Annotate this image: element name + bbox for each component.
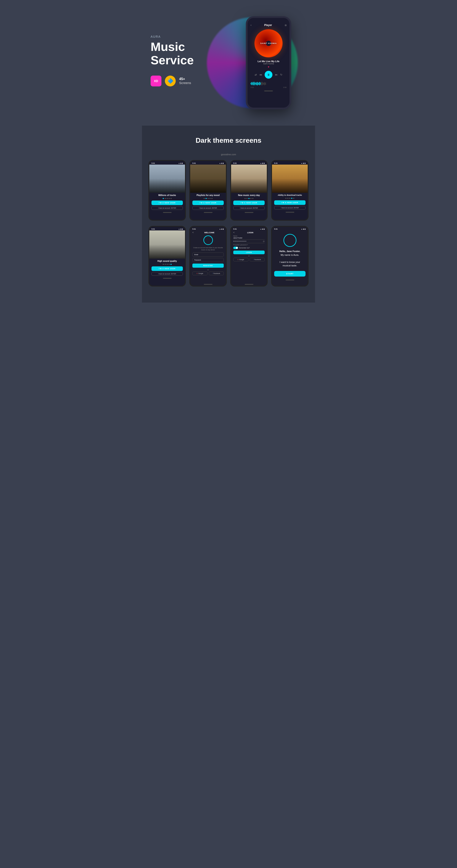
new-user-btn-2[interactable]: I'M A NEW USER (192, 200, 224, 205)
onboarding-screen-4: 9:41 ▲ ◉ ▮ Ability to download tracks I'… (271, 160, 308, 221)
status-icons-5: ▲ ◉ ▮ (178, 228, 183, 230)
start-button[interactable]: START (274, 271, 305, 277)
home-indicator-7 (245, 284, 253, 285)
hero-phone: ‹ Player ⊟ SAINT ASONIA Let Me Live My L… (246, 16, 291, 110)
forgot-password[interactable]: Forgotten password ? (233, 244, 265, 246)
enter-btn-4[interactable]: I have an account. ENTER (274, 206, 305, 210)
status-time-4: 9:41 (274, 162, 278, 164)
screen4-dots (272, 197, 308, 199)
track-artist: Saint Asonia (250, 63, 287, 65)
welcome-password-field[interactable]: Password (192, 258, 224, 262)
new-user-btn-4[interactable]: I'M A NEW USER (274, 200, 305, 205)
facebook-btn-login[interactable]: f Facebook (250, 258, 265, 261)
section-title: Dark theme screens (149, 136, 308, 145)
status-time-3: 9:41 (233, 162, 237, 164)
status-time-5: 9:41 (152, 228, 155, 230)
hero-title-line1: Music (151, 40, 185, 54)
password-row: •••••••••••• ◎ (233, 240, 265, 243)
track-name: Let Me Live My Life (250, 60, 287, 63)
hero-tools: XD 🔷 45+ Screens (151, 75, 194, 86)
remember-toggle[interactable] (233, 247, 238, 249)
track-info: Let Me Live My Life Saint Asonia ♥ (248, 59, 290, 70)
onboarding-screen-3: 9:41 ▲ ◉ ▮ New music every day I'M A NEW… (230, 160, 268, 221)
progress-times: 2:21 3:08 (251, 86, 287, 88)
new-user-btn-1[interactable]: I'M A NEW USER (152, 200, 183, 205)
heart-icon[interactable]: ♥ (250, 65, 287, 68)
register-button[interactable]: REGISTER (192, 264, 224, 268)
greeting-line1: Hello, Jane Foster. (279, 250, 300, 252)
status-time-6: 9:41 (192, 228, 196, 230)
enter-btn-5[interactable]: I have an account. ENTER (152, 272, 183, 276)
or-label-welcome: or (192, 269, 224, 271)
greeting-line3: I want to know your (274, 260, 305, 264)
google-icon: G (196, 273, 198, 274)
status-icons-4: ▲ ◉ ▮ (301, 162, 305, 164)
onboarding-grid: 9:41 ▲ ◉ ▮ Millions of tracks I'M A NEW … (149, 160, 308, 221)
status-bar-6: 9:41 ▲ ◉ ▮ (190, 227, 226, 230)
greeting-line2: My name is Aura. (274, 253, 305, 257)
status-bar-5: 9:41 ▲ ◉ ▮ (149, 227, 185, 230)
login-screen: 9:41 ▲ ◉ ▮ < LOGIN Name Jane Foster ••••… (230, 226, 268, 286)
login-back[interactable]: < (233, 231, 234, 234)
dot-active-2 (205, 198, 207, 199)
facebook-btn-welcome[interactable]: f Facebook (209, 272, 224, 275)
onboarding-screen-5: 9:41 ▲ ◉ ▮ High sound quality I'M A NEW … (149, 226, 186, 286)
screen3-tagline: New music every day (231, 193, 267, 197)
enter-btn-1[interactable]: I have an account. ENTER (152, 206, 183, 210)
hero-title: Music Service (151, 40, 194, 67)
screen4-photo (272, 164, 308, 193)
login-title: LOGIN (236, 231, 265, 234)
enter-btn-3[interactable]: I have an account. ENTER (233, 206, 265, 210)
screen1-dots (149, 197, 185, 200)
google-btn-login[interactable]: G Google (233, 258, 249, 261)
greeting-circle (284, 234, 296, 247)
eq-icon[interactable]: ⊟ (285, 24, 287, 26)
phone-frame: ‹ Player ⊟ SAINT ASONIA Let Me Live My L… (246, 16, 291, 110)
eye-icon[interactable]: ◎ (263, 240, 265, 242)
screen2-tagline: Playlists for any mood (190, 193, 226, 197)
sketch-icon: 🔷 (165, 75, 176, 86)
login-inner: < LOGIN Name Jane Foster •••••••••••• ◎ … (231, 230, 267, 283)
status-icons-3: ▲ ◉ ▮ (260, 162, 265, 164)
welcome-desc: Create an account and listen to your fav… (192, 247, 224, 251)
status-time-8: 9:41 (274, 228, 278, 230)
shuffle-button[interactable]: ⇄ (255, 73, 257, 76)
welcome-email-field[interactable]: Email (192, 252, 224, 257)
hero-section: AURA Music Service XD 🔷 45+ Screens ‹ Pl… (142, 0, 315, 126)
waveform (251, 82, 287, 86)
screen2-photo (190, 164, 226, 193)
welcome-title: WELCOME (195, 231, 224, 234)
hero-title-line2: Service (151, 53, 194, 67)
home-indicator-8 (286, 280, 294, 280)
onboarding-screen-1: 9:41 ▲ ◉ ▮ Millions of tracks I'M A NEW … (149, 160, 186, 221)
dot-active (163, 198, 164, 199)
next-button[interactable]: ⏭ (275, 73, 278, 76)
home-indicator-1 (163, 212, 172, 213)
screen3-photo (231, 164, 267, 193)
status-bar-2: 9:41 ▲ ◉ ▮ (190, 161, 226, 164)
remember-label: Remember me? (239, 247, 250, 249)
status-icons-7: ▲ ◉ ▮ (260, 228, 265, 230)
new-user-btn-3[interactable]: I'M A NEW USER (233, 200, 265, 205)
name-value[interactable]: Jane Foster (233, 237, 265, 240)
play-button[interactable]: ⏸ (265, 71, 272, 79)
screen5-tagline: High sound quality (149, 258, 185, 263)
facebook-icon: f (212, 273, 213, 274)
onboarding-screen-2: 9:41 ▲ ◉ ▮ Playlists for any mood I'M A … (189, 160, 227, 221)
brand-label: AURA (151, 35, 194, 38)
social-buttons-welcome: G Google f Facebook (192, 272, 224, 275)
enter-btn-2[interactable]: I have an account. ENTER (192, 206, 224, 210)
screen3-dots (231, 197, 267, 200)
google-btn-welcome[interactable]: G Google (192, 272, 207, 275)
back-button[interactable]: ‹ (251, 24, 252, 27)
prev-button[interactable]: ⏮ (259, 73, 262, 76)
repeat-button[interactable]: ↻ (280, 73, 282, 76)
status-bar-1: 9:41 ▲ ◉ ▮ (149, 161, 185, 164)
password-dots[interactable]: •••••••••••• (233, 240, 247, 242)
screen5-dots (149, 263, 185, 266)
login-button[interactable]: LOGIN (233, 251, 265, 254)
status-bar-4: 9:41 ▲ ◉ ▮ (272, 161, 308, 164)
new-user-btn-5[interactable]: I'M A NEW USER (152, 267, 183, 271)
time-elapsed: 2:21 (251, 86, 254, 88)
welcome-back[interactable]: < (192, 231, 194, 234)
